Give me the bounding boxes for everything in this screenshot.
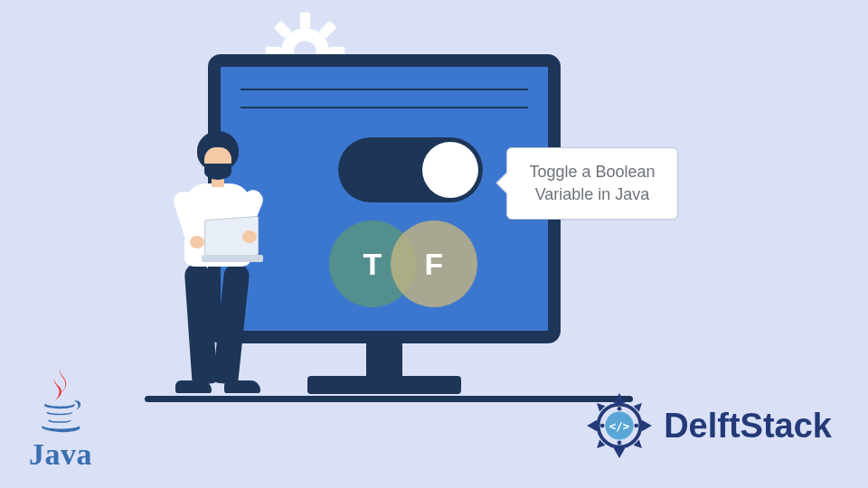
title-callout: Toggle a Boolean Variable in Java (506, 147, 678, 220)
venn-false-label: F (425, 247, 444, 282)
svg-marker-12 (587, 420, 597, 431)
person-illustration (154, 131, 271, 402)
toggle-knob (422, 142, 478, 198)
person-leg (212, 262, 250, 385)
toggle-switch-icon (338, 137, 483, 202)
svg-rect-1 (300, 13, 310, 28)
venn-false-circle: F (391, 221, 477, 307)
svg-point-24 (635, 424, 639, 428)
svg-point-21 (618, 407, 622, 411)
callout-line1: Toggle a Boolean (518, 161, 666, 183)
person-hand (190, 236, 204, 249)
screen-divider (241, 89, 528, 90)
screen-divider (241, 107, 528, 108)
callout-line2: Variable in Java (518, 183, 666, 206)
person-foot (175, 380, 212, 393)
java-logo: Java (29, 363, 92, 472)
person-hand (242, 230, 257, 243)
svg-marker-11 (614, 448, 625, 458)
person-foot (224, 380, 260, 393)
venn-diagram-icon: T F (329, 221, 492, 311)
delftstack-wordmark: DelftStack (664, 407, 832, 446)
svg-text:</>: </> (609, 419, 630, 433)
monitor-base (307, 376, 461, 394)
monitor-neck (366, 343, 402, 380)
delftstack-emblem-icon: </> (584, 390, 655, 461)
person-beard (204, 164, 231, 180)
java-cup-icon (29, 363, 92, 434)
svg-marker-13 (642, 420, 652, 431)
delftstack-logo: </> DelftStack (584, 390, 832, 461)
venn-true-label: T (363, 247, 382, 282)
svg-point-23 (600, 424, 605, 428)
java-wordmark: Java (29, 437, 92, 472)
person-leg (184, 262, 217, 385)
svg-marker-10 (614, 393, 625, 403)
svg-point-22 (618, 440, 622, 445)
